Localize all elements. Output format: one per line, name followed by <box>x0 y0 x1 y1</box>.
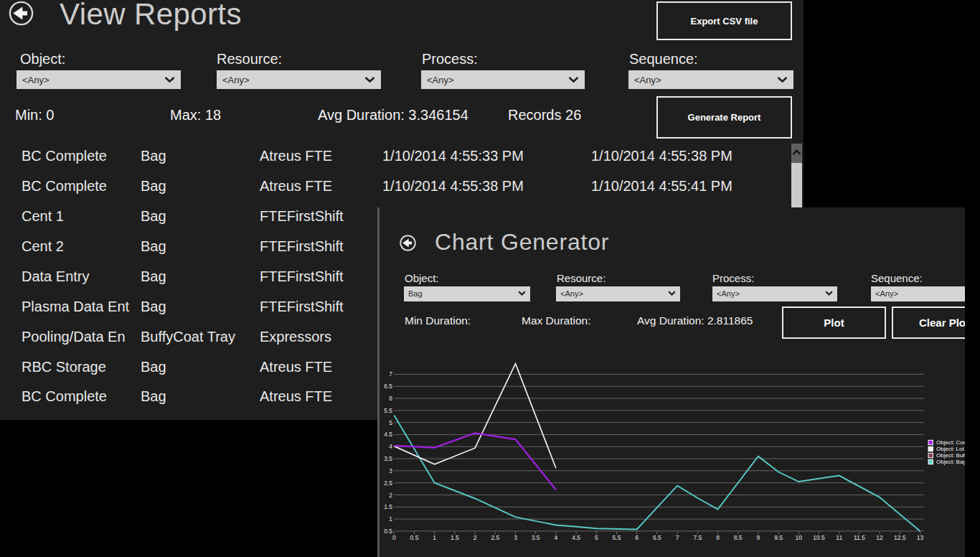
svg-text:5: 5 <box>595 534 598 541</box>
svg-text:12.5: 12.5 <box>894 534 906 541</box>
svg-text:10.5: 10.5 <box>813 534 825 541</box>
svg-text:6.5: 6.5 <box>384 383 392 390</box>
svg-text:7.5: 7.5 <box>693 534 702 541</box>
svg-text:8: 8 <box>716 534 720 541</box>
svg-text:10: 10 <box>796 534 803 541</box>
svg-text:2.5: 2.5 <box>384 479 392 487</box>
svg-text:5.5: 5.5 <box>384 407 392 414</box>
svg-text:Object: Cooler: Object: Cooler <box>936 439 965 446</box>
svg-text:Object: Bag: Object: Bag <box>936 459 965 465</box>
svg-text:4.5: 4.5 <box>384 431 392 438</box>
svg-text:1: 1 <box>389 515 392 523</box>
svg-text:8.5: 8.5 <box>734 534 743 541</box>
svg-text:12: 12 <box>876 534 883 541</box>
svg-text:2.5: 2.5 <box>491 534 499 541</box>
svg-text:3: 3 <box>389 467 392 474</box>
svg-text:13: 13 <box>917 534 924 541</box>
svg-text:9: 9 <box>757 534 760 541</box>
svg-text:9.5: 9.5 <box>774 534 783 541</box>
svg-text:3: 3 <box>514 534 517 541</box>
svg-text:7: 7 <box>676 534 679 541</box>
svg-text:11: 11 <box>836 534 842 541</box>
svg-text:6: 6 <box>389 395 392 402</box>
svg-text:2: 2 <box>473 534 477 541</box>
svg-text:7: 7 <box>389 370 392 378</box>
svg-text:0: 0 <box>392 534 396 541</box>
svg-text:11.5: 11.5 <box>854 534 865 541</box>
svg-text:Object: Lot: Object: Lot <box>936 446 964 452</box>
svg-text:6.5: 6.5 <box>653 534 661 541</box>
svg-text:1.5: 1.5 <box>451 534 459 541</box>
svg-text:5: 5 <box>389 419 392 426</box>
svg-text:Object: BuffyCoat: Object: BuffyCoat <box>936 452 965 459</box>
svg-text:3.5: 3.5 <box>532 534 540 541</box>
svg-text:5.5: 5.5 <box>613 534 621 541</box>
svg-text:0.5: 0.5 <box>384 528 392 535</box>
svg-text:4: 4 <box>555 534 558 541</box>
svg-text:1: 1 <box>433 534 436 541</box>
svg-text:2: 2 <box>389 492 392 499</box>
svg-text:6: 6 <box>635 534 639 541</box>
svg-text:1.5: 1.5 <box>384 503 392 510</box>
svg-text:4.5: 4.5 <box>572 534 580 541</box>
svg-text:0.5: 0.5 <box>410 534 419 541</box>
svg-text:4: 4 <box>389 443 392 450</box>
svg-text:3.5: 3.5 <box>384 455 392 462</box>
